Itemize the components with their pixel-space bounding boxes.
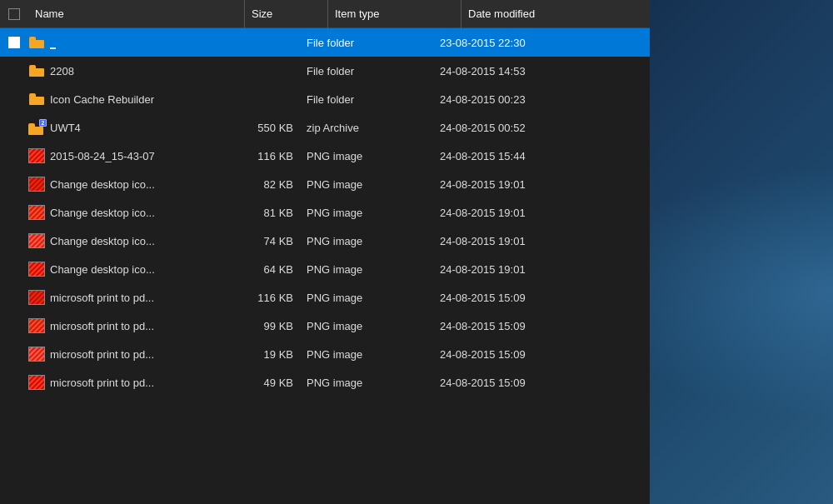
png-icon — [28, 317, 45, 334]
file-name-text: Change desktop ico... — [50, 235, 155, 247]
row-checkbox[interactable] — [0, 37, 28, 48]
file-date-cell: 24-08-2015 19:01 — [433, 235, 583, 247]
file-name-cell: microsoft print to pd... — [28, 317, 217, 334]
png-icon — [28, 147, 45, 164]
file-date-cell: 24-08-2015 15:09 — [433, 348, 583, 361]
explorer-window: Name Size Item type Date modified _File … — [0, 0, 650, 504]
file-date-cell: 23-08-2015 22:30 — [433, 37, 583, 49]
file-name-text: microsoft print to pd... — [50, 320, 154, 332]
file-name-text: 2208 — [50, 65, 74, 77]
folder-icon — [28, 34, 45, 51]
folder-icon — [28, 62, 45, 79]
file-name-text: _ — [50, 37, 56, 49]
folder-icon — [28, 91, 45, 107]
table-row[interactable]: microsoft print to pd...116 KBPNG image2… — [0, 283, 650, 312]
file-type-cell: PNG image — [300, 320, 433, 332]
file-size-cell: 81 KB — [217, 207, 300, 219]
file-date-cell: 24-08-2015 19:01 — [433, 178, 583, 191]
file-type-cell: PNG image — [300, 235, 433, 247]
file-type-cell: zip Archive — [300, 122, 433, 134]
column-headers: Name Size Item type Date modified — [0, 0, 650, 28]
col-header-size[interactable]: Size — [245, 0, 328, 28]
table-row[interactable]: Change desktop ico...74 KBPNG image24-08… — [0, 227, 650, 255]
png-icon — [28, 176, 45, 192]
file-type-cell: PNG image — [300, 150, 433, 162]
png-icon — [28, 289, 45, 306]
file-name-cell: Change desktop ico... — [28, 261, 217, 277]
file-size-cell: 116 KB — [217, 292, 300, 304]
file-type-cell: PNG image — [300, 207, 433, 219]
file-name-text: microsoft print to pd... — [50, 292, 154, 304]
checkbox-box[interactable] — [8, 8, 20, 20]
file-type-cell: PNG image — [300, 263, 433, 276]
table-row[interactable]: 2208File folder24-08-2015 14:53 — [0, 57, 650, 85]
table-row[interactable]: Change desktop ico...82 KBPNG image24-08… — [0, 170, 650, 198]
file-name-text: Change desktop ico... — [50, 263, 155, 276]
file-name-cell: microsoft print to pd... — [28, 289, 217, 306]
file-date-cell: 24-08-2015 19:01 — [433, 207, 583, 219]
file-type-cell: File folder — [300, 93, 433, 106]
file-name-text: 2015-08-24_15-43-07 — [50, 150, 155, 162]
select-all-checkbox[interactable] — [0, 8, 28, 20]
table-row[interactable]: microsoft print to pd...19 KBPNG image24… — [0, 340, 650, 368]
file-name-cell: Icon Cache Rebuilder — [28, 91, 217, 107]
png-icon — [28, 204, 45, 221]
file-size-cell: 74 KB — [217, 235, 300, 247]
file-type-cell: PNG image — [300, 292, 433, 304]
col-header-date-modified[interactable]: Date modified — [461, 0, 611, 28]
table-row[interactable]: _File folder23-08-2015 22:30 — [0, 28, 650, 57]
file-name-text: Change desktop ico... — [50, 207, 155, 219]
col-header-name[interactable]: Name — [28, 0, 245, 28]
file-date-cell: 24-08-2015 15:09 — [433, 377, 583, 389]
file-type-cell: PNG image — [300, 178, 433, 191]
file-name-text: microsoft print to pd... — [50, 348, 154, 361]
table-row[interactable]: 2015-08-24_15-43-07116 KBPNG image24-08-… — [0, 142, 650, 170]
file-type-cell: File folder — [300, 37, 433, 49]
file-name-text: Change desktop ico... — [50, 178, 155, 191]
png-icon — [28, 374, 45, 391]
col-header-item-type[interactable]: Item type — [328, 0, 461, 28]
file-size-cell: 82 KB — [217, 178, 300, 191]
file-size-cell: 116 KB — [217, 150, 300, 162]
file-size-cell: 19 KB — [217, 348, 300, 361]
file-name-cell: _ — [28, 34, 217, 51]
file-size-cell: 99 KB — [217, 320, 300, 332]
table-row[interactable]: 2UWT4550 KBzip Archive24-08-2015 00:52 — [0, 113, 650, 142]
file-size-cell: 64 KB — [217, 263, 300, 276]
png-icon — [28, 232, 45, 249]
file-name-text: Icon Cache Rebuilder — [50, 93, 154, 106]
file-date-cell: 24-08-2015 19:01 — [433, 263, 583, 276]
file-name-cell: 2208 — [28, 62, 217, 79]
file-type-cell: PNG image — [300, 348, 433, 361]
table-row[interactable]: Change desktop ico...64 KBPNG image24-08… — [0, 255, 650, 283]
file-size-cell: 550 KB — [217, 122, 300, 134]
file-type-cell: PNG image — [300, 377, 433, 389]
file-name-text: microsoft print to pd... — [50, 377, 154, 389]
file-date-cell: 24-08-2015 00:52 — [433, 122, 583, 134]
file-date-cell: 24-08-2015 15:09 — [433, 292, 583, 304]
file-name-text: UWT4 — [50, 122, 81, 134]
file-name-cell: 2UWT4 — [28, 119, 217, 136]
file-type-cell: File folder — [300, 65, 433, 77]
file-date-cell: 24-08-2015 00:23 — [433, 93, 583, 106]
file-name-cell: 2015-08-24_15-43-07 — [28, 147, 217, 164]
file-list: _File folder23-08-2015 22:302208File fol… — [0, 28, 650, 504]
table-row[interactable]: Icon Cache RebuilderFile folder24-08-201… — [0, 85, 650, 113]
zip-icon: 2 — [28, 119, 45, 136]
file-name-cell: microsoft print to pd... — [28, 374, 217, 391]
file-name-cell: Change desktop ico... — [28, 232, 217, 249]
file-name-cell: Change desktop ico... — [28, 176, 217, 192]
file-size-cell: 49 KB — [217, 377, 300, 389]
file-date-cell: 24-08-2015 15:44 — [433, 150, 583, 162]
table-row[interactable]: microsoft print to pd...99 KBPNG image24… — [0, 312, 650, 340]
png-icon — [28, 261, 45, 277]
file-name-cell: Change desktop ico... — [28, 204, 217, 221]
file-name-cell: microsoft print to pd... — [28, 346, 217, 362]
png-icon — [28, 346, 45, 362]
table-row[interactable]: microsoft print to pd...49 KBPNG image24… — [0, 368, 650, 397]
file-date-cell: 24-08-2015 14:53 — [433, 65, 583, 77]
table-row[interactable]: Change desktop ico...81 KBPNG image24-08… — [0, 198, 650, 227]
file-date-cell: 24-08-2015 15:09 — [433, 320, 583, 332]
